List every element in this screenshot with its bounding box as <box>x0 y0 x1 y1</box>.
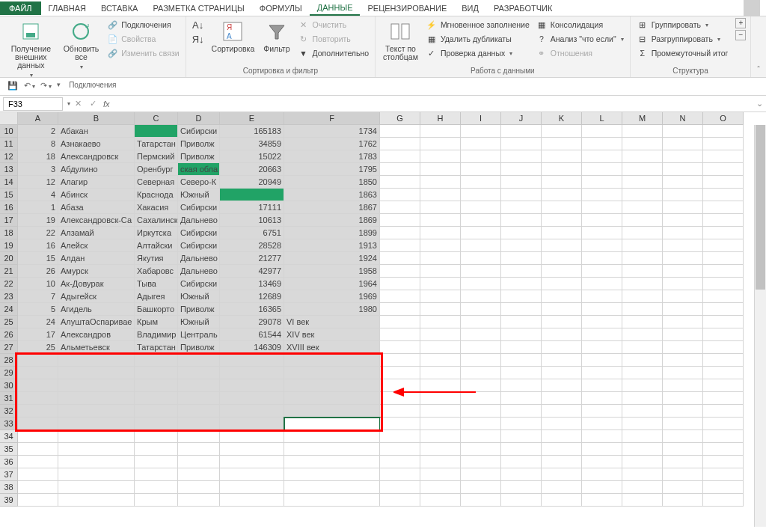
cell-C23[interactable]: Адыгея <box>135 290 178 303</box>
cell-B22[interactable]: Ак-Довурак <box>58 278 135 290</box>
cell-E24[interactable]: 16365 <box>220 303 284 316</box>
cell-C10[interactable] <box>135 125 178 138</box>
cell-C28[interactable] <box>135 354 178 367</box>
cell-L21[interactable] <box>582 265 622 278</box>
cell-L12[interactable] <box>582 150 622 163</box>
cell-H15[interactable] <box>420 189 461 201</box>
cell-B33[interactable] <box>58 418 135 430</box>
cell-N23[interactable] <box>663 290 703 303</box>
cell-E15[interactable] <box>220 189 284 201</box>
cell-G12[interactable] <box>380 150 420 163</box>
cell-M37[interactable] <box>622 468 663 481</box>
cell-N18[interactable] <box>663 227 703 239</box>
cell-A36[interactable] <box>18 456 58 468</box>
cell-C34[interactable] <box>135 430 178 443</box>
cell-B15[interactable]: Абинск <box>58 189 135 201</box>
row-header-36[interactable]: 36 <box>0 456 18 468</box>
column-header-L[interactable]: L <box>582 112 622 125</box>
cell-L28[interactable] <box>582 354 622 367</box>
cell-F15[interactable]: 1863 <box>284 189 380 201</box>
cell-L36[interactable] <box>582 456 622 468</box>
cell-A38[interactable] <box>18 481 58 494</box>
cell-G31[interactable] <box>380 392 420 405</box>
data-validation-button[interactable]: ✓Проверка данных▾ <box>424 46 531 60</box>
cell-H35[interactable] <box>420 443 461 456</box>
cell-H11[interactable] <box>420 138 461 150</box>
cell-G23[interactable] <box>380 290 420 303</box>
cell-I37[interactable] <box>461 468 501 481</box>
cell-C38[interactable] <box>135 481 178 494</box>
cell-H28[interactable] <box>420 354 461 367</box>
get-external-data-button[interactable]: Получение внешних данных▾ <box>4 18 58 81</box>
cell-C12[interactable]: Пермский <box>135 150 178 163</box>
column-header-N[interactable]: N <box>663 112 703 125</box>
cell-O17[interactable] <box>703 214 744 227</box>
cell-L31[interactable] <box>582 392 622 405</box>
cell-J38[interactable] <box>501 481 542 494</box>
cell-O37[interactable] <box>703 468 744 481</box>
cell-H20[interactable] <box>420 252 461 265</box>
cell-L15[interactable] <box>582 189 622 201</box>
cell-C29[interactable] <box>135 367 178 379</box>
cell-F30[interactable] <box>284 379 380 392</box>
cell-N28[interactable] <box>663 354 703 367</box>
cell-L19[interactable] <box>582 239 622 252</box>
properties-button[interactable]: 📄Свойства <box>105 32 180 46</box>
cell-K38[interactable] <box>542 481 582 494</box>
cell-A29[interactable] <box>18 367 58 379</box>
cell-K32[interactable] <box>542 405 582 418</box>
cell-D16[interactable]: Сибирски <box>178 201 220 214</box>
vertical-scrollbar[interactable] <box>754 125 766 527</box>
cell-I12[interactable] <box>461 150 501 163</box>
cell-L13[interactable] <box>582 163 622 176</box>
cell-G35[interactable] <box>380 443 420 456</box>
cell-K13[interactable] <box>542 163 582 176</box>
row-header-27[interactable]: 27 <box>0 341 18 354</box>
cell-E18[interactable]: 6751 <box>220 227 284 239</box>
cell-C37[interactable] <box>135 468 178 481</box>
cell-H30[interactable] <box>420 379 461 392</box>
cell-J33[interactable] <box>501 418 542 430</box>
ribbon-collapse-button[interactable]: ˆ <box>751 62 766 77</box>
cell-J20[interactable] <box>501 252 542 265</box>
cell-H32[interactable] <box>420 405 461 418</box>
formula-input[interactable] <box>113 98 753 110</box>
advanced-filter-button[interactable]: ▼Дополнительно <box>296 46 371 60</box>
cell-G21[interactable] <box>380 265 420 278</box>
cell-L35[interactable] <box>582 443 622 456</box>
column-header-G[interactable]: G <box>380 112 420 125</box>
cell-M39[interactable] <box>622 494 663 507</box>
cell-N36[interactable] <box>663 456 703 468</box>
cell-H33[interactable] <box>420 418 461 430</box>
cell-C13[interactable]: Оренбург <box>135 163 178 176</box>
row-header-38[interactable]: 38 <box>0 481 18 494</box>
cell-O26[interactable] <box>703 328 744 341</box>
cell-L39[interactable] <box>582 494 622 507</box>
show-detail-icon[interactable]: + <box>735 18 746 28</box>
cell-A21[interactable]: 26 <box>18 265 58 278</box>
cell-I26[interactable] <box>461 328 501 341</box>
row-header-11[interactable]: 11 <box>0 138 18 150</box>
cell-B14[interactable]: Алагир <box>58 176 135 189</box>
cell-O20[interactable] <box>703 252 744 265</box>
cell-O16[interactable] <box>703 201 744 214</box>
cell-C26[interactable]: Владимир <box>135 328 178 341</box>
cell-K10[interactable] <box>542 125 582 138</box>
row-header-23[interactable]: 23 <box>0 290 18 303</box>
cell-F27[interactable]: XVIII век <box>284 341 380 354</box>
cell-I16[interactable] <box>461 201 501 214</box>
select-all-cell[interactable] <box>0 112 18 125</box>
cell-C22[interactable]: Тыва <box>135 278 178 290</box>
cell-I21[interactable] <box>461 265 501 278</box>
scrollbar-thumb[interactable] <box>756 125 765 290</box>
cell-O35[interactable] <box>703 443 744 456</box>
cell-J10[interactable] <box>501 125 542 138</box>
cell-N25[interactable] <box>663 316 703 328</box>
cell-B20[interactable]: Алдан <box>58 252 135 265</box>
cell-F34[interactable] <box>284 430 380 443</box>
menu-tab-home[interactable]: ГЛАВНАЯ <box>41 1 94 15</box>
cell-N34[interactable] <box>663 430 703 443</box>
cell-B11[interactable]: Азнакаево <box>58 138 135 150</box>
cell-O38[interactable] <box>703 481 744 494</box>
cell-O11[interactable] <box>703 138 744 150</box>
